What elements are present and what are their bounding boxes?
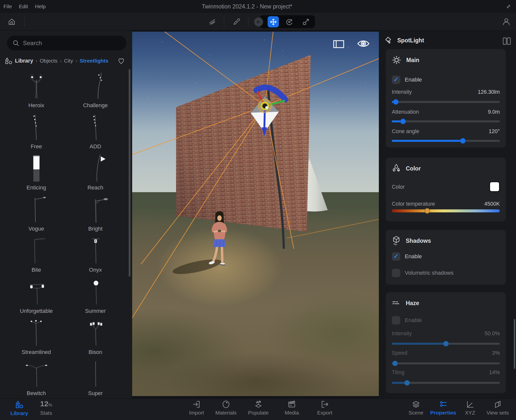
cube-shadow-icon — [392, 236, 401, 246]
color-temperature-slider[interactable] — [392, 208, 500, 214]
main-enable-checkbox[interactable] — [392, 76, 400, 84]
slider-handle[interactable] — [392, 361, 398, 366]
properties-scrollbar[interactable] — [514, 319, 515, 369]
dock-populate-label: Populate — [248, 410, 269, 416]
user-account-icon[interactable] — [502, 13, 511, 30]
home-button[interactable] — [7, 13, 16, 30]
dock-materials[interactable]: Materials — [211, 400, 241, 416]
haze-speed-value: 3% — [492, 350, 500, 356]
brick-wall-object[interactable] — [176, 55, 311, 232]
library-item-enticing[interactable]: Enticing — [7, 151, 66, 192]
sun-icon — [392, 55, 401, 65]
bright-streetlight-thumbnail — [81, 194, 110, 225]
eyedropper-icon[interactable] — [233, 13, 240, 30]
shadows-enable-label: Enable — [405, 253, 422, 260]
expand-window-icon[interactable] — [505, 3, 512, 10]
library-item-label: Bite — [32, 267, 41, 273]
panel-split-icon[interactable] — [502, 37, 512, 45]
dock-xyz[interactable]: XYZ — [456, 400, 484, 416]
library-item-unforgettable[interactable]: Unforgettable — [7, 275, 66, 316]
viewport-3d[interactable] — [132, 32, 379, 396]
color-swatch[interactable] — [489, 181, 500, 192]
scale-tool-button[interactable] — [302, 18, 310, 26]
slider-handle[interactable] — [404, 380, 410, 386]
cone-angle-slider[interactable] — [392, 138, 500, 144]
dock-scene[interactable]: Scene — [402, 400, 430, 416]
volumetric-shadows-checkbox[interactable] — [392, 269, 400, 277]
library-item-super[interactable]: Super — [66, 357, 125, 398]
rotate-tool-button[interactable] — [286, 18, 293, 26]
library-item-label: Bewitch — [27, 390, 46, 397]
slider-handle[interactable] — [460, 138, 466, 144]
slider-handle[interactable] — [424, 208, 430, 214]
terrain-paint-icon[interactable] — [208, 13, 216, 30]
library-item-onyx[interactable]: Onyx — [66, 234, 125, 275]
breadcrumb-library[interactable]: Library — [15, 58, 33, 64]
library-item-heroix[interactable]: Heroix — [7, 69, 66, 110]
move-tool-button[interactable] — [268, 16, 279, 27]
slider-track — [392, 362, 500, 364]
dock-view-sets[interactable]: View sets — [483, 400, 512, 416]
super-streetlight-thumbnail — [81, 358, 110, 390]
library-item-label: Streamlined — [22, 349, 51, 355]
library-item-streamlined[interactable]: Streamlined — [7, 316, 66, 357]
dock-export[interactable]: Export — [310, 400, 340, 416]
viewport-split-icon[interactable] — [333, 40, 344, 48]
library-item-reach[interactable]: Reach — [66, 151, 125, 192]
reach-streetlight-thumbnail — [81, 153, 110, 184]
dock-media[interactable]: Media — [277, 400, 307, 416]
back-button[interactable] — [254, 17, 263, 26]
haze-tiling-slider[interactable] — [392, 380, 500, 386]
color-label: Color — [392, 184, 405, 190]
haze-tiling-value: 14% — [489, 369, 500, 376]
dock-populate[interactable]: Populate — [243, 400, 273, 416]
favorite-heart-icon[interactable] — [117, 57, 125, 65]
dock-import[interactable]: Import — [182, 400, 211, 416]
color-section-title: Color — [406, 165, 421, 172]
library-item-challenge[interactable]: Challenge — [66, 69, 125, 110]
library-item-add[interactable]: ADD — [66, 110, 125, 151]
library-item-bite[interactable]: Bite — [7, 234, 66, 275]
dock-view-sets-label: View sets — [487, 410, 509, 416]
haze-intensity-slider[interactable] — [392, 341, 500, 346]
bison-streetlight-thumbnail — [81, 317, 110, 348]
streetlight-grid: HeroixChallengeFreeADDEnticingReachVogue… — [7, 69, 125, 398]
library-item-bison[interactable]: Bison — [66, 316, 125, 357]
dock-xyz-label: XYZ — [465, 410, 475, 416]
breadcrumb-city[interactable]: City — [64, 58, 73, 64]
breadcrumb-streetlights: Streetlights — [80, 58, 108, 64]
library-icon — [15, 400, 24, 409]
intensity-slider[interactable] — [392, 99, 500, 105]
visibility-eye-icon[interactable] — [357, 39, 370, 49]
dock-properties[interactable]: Properties — [429, 400, 457, 416]
search-box[interactable] — [7, 36, 126, 50]
slider-handle[interactable] — [393, 99, 399, 105]
dock-scene-label: Scene — [409, 410, 423, 416]
library-item-summer[interactable]: Summer — [66, 275, 125, 316]
library-item-bright[interactable]: Bright — [66, 192, 125, 234]
stats-percentage: 12% — [40, 400, 52, 409]
shadows-section-card: Shadows Enable Volumetric shadows — [386, 230, 506, 285]
intensity-label: Intensity — [392, 89, 412, 95]
library-item-label: Super — [88, 390, 103, 397]
haze-speed-slider[interactable] — [392, 361, 500, 366]
light-bulb — [265, 106, 269, 109]
library-item-vogue[interactable]: Vogue — [7, 192, 66, 234]
dock-library[interactable]: Library — [4, 400, 34, 416]
attenuation-slider[interactable] — [392, 119, 500, 124]
chevron-right-icon: › — [60, 58, 61, 64]
xyz-axis-icon — [466, 400, 474, 409]
slider-handle[interactable] — [400, 119, 406, 124]
slider-handle[interactable] — [443, 341, 449, 346]
haze-section-title: Haze — [406, 300, 419, 307]
bottom-dock: Library 12% Stats Import Materials — [0, 398, 516, 420]
dock-stats[interactable]: 12% Stats — [31, 400, 61, 416]
slider-track — [392, 120, 500, 122]
haze-enable-checkbox[interactable] — [392, 316, 400, 325]
library-item-free[interactable]: Free — [7, 110, 66, 151]
search-input[interactable] — [23, 40, 113, 47]
library-item-bewitch[interactable]: Bewitch — [7, 357, 66, 398]
shadows-enable-checkbox[interactable] — [392, 252, 400, 261]
library-scrollbar[interactable] — [129, 69, 130, 277]
breadcrumb-objects[interactable]: Objects — [40, 58, 57, 64]
